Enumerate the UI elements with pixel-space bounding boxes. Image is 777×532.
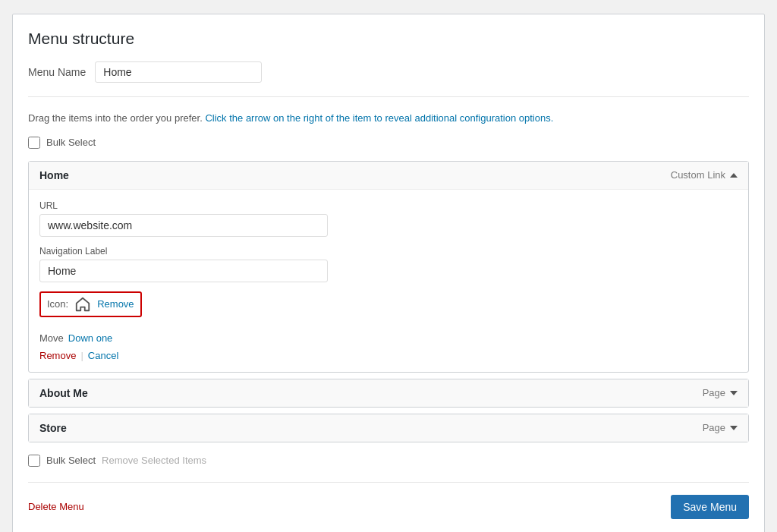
move-down-one-link[interactable]: Down one: [68, 332, 113, 344]
menu-name-label: Menu Name: [28, 66, 86, 78]
bulk-select-bottom-row: Bulk Select Remove Selected Items: [28, 455, 749, 467]
url-label: URL: [39, 200, 738, 211]
icon-row: Icon: Remove: [39, 291, 142, 317]
menu-item-about-me-header[interactable]: About Me Page: [29, 379, 748, 407]
url-input[interactable]: [39, 214, 328, 237]
menu-item-store: Store Page: [28, 414, 749, 442]
house-icon: [74, 296, 91, 313]
menu-item-home-name: Home: [39, 169, 69, 181]
menu-item-about-me-name: About Me: [39, 387, 88, 399]
menu-item-home-type: Custom Link: [671, 169, 738, 181]
menu-item-home: Home Custom Link URL Navigation Label: [28, 161, 749, 373]
instruction-link[interactable]: Click the arrow on the right of the item…: [205, 112, 553, 124]
action-separator: |: [80, 350, 83, 361]
icon-label: Icon:: [47, 298, 68, 310]
menu-name-input[interactable]: [95, 61, 262, 83]
nav-label-label: Navigation Label: [39, 246, 738, 257]
move-label: Move: [39, 332, 64, 344]
bulk-select-bottom-label[interactable]: Bulk Select: [46, 455, 96, 466]
bulk-select-top-checkbox[interactable]: [28, 137, 40, 149]
cancel-link[interactable]: Cancel: [88, 350, 118, 361]
bulk-select-top-label[interactable]: Bulk Select: [46, 137, 96, 148]
move-row: Move Down one: [39, 332, 738, 344]
remove-selected-items-button[interactable]: Remove Selected Items: [102, 455, 206, 466]
remove-icon-link[interactable]: Remove: [97, 298, 134, 310]
menu-item-store-header[interactable]: Store Page: [29, 414, 748, 442]
page-title: Menu structure: [28, 30, 749, 48]
menu-item-store-chevron-down-icon: [730, 426, 738, 430]
menu-item-store-name: Store: [39, 422, 67, 434]
nav-label-field-group: Navigation Label: [39, 246, 738, 282]
instruction-text: Drag the items into the order you prefer…: [28, 111, 749, 126]
action-links: Remove | Cancel: [39, 350, 738, 361]
menu-item-store-type: Page: [703, 422, 738, 433]
bulk-select-bottom-checkbox[interactable]: [28, 455, 40, 467]
menu-item-about-me-type: Page: [703, 387, 738, 398]
menu-item-about-me-chevron-down-icon: [730, 391, 738, 395]
menu-items-list: Home Custom Link URL Navigation Label: [28, 161, 749, 442]
menu-item-home-header[interactable]: Home Custom Link: [29, 162, 748, 189]
url-field-group: URL: [39, 200, 738, 237]
delete-menu-link[interactable]: Delete Menu: [28, 501, 84, 512]
save-menu-button[interactable]: Save Menu: [671, 495, 749, 519]
nav-label-input[interactable]: [39, 260, 328, 282]
bulk-select-top-row: Bulk Select: [28, 137, 749, 149]
footer-bar: Delete Menu Save Menu: [28, 482, 749, 519]
menu-item-home-body: URL Navigation Label Icon:: [29, 189, 748, 372]
remove-item-link[interactable]: Remove: [39, 350, 76, 361]
menu-item-about-me: About Me Page: [28, 379, 749, 408]
menu-name-row: Menu Name: [28, 61, 749, 97]
menu-item-home-chevron-up-icon: [730, 173, 738, 178]
